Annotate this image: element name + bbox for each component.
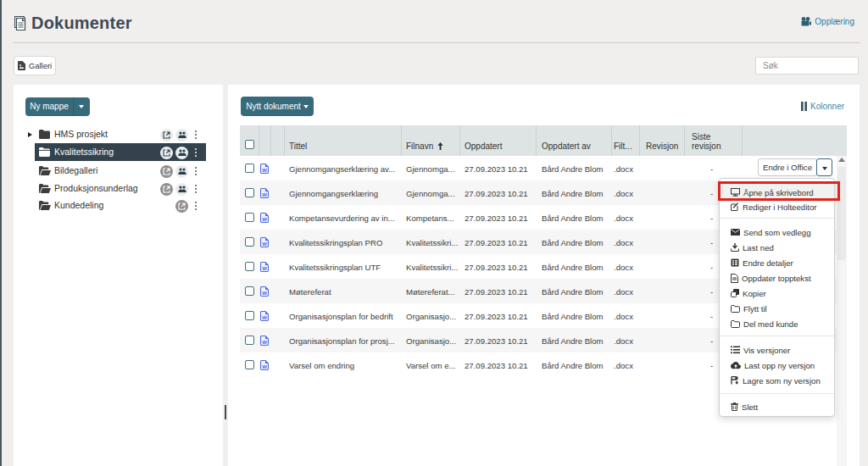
svg-text:W: W bbox=[262, 340, 267, 345]
svg-text:W: W bbox=[262, 364, 267, 369]
svg-text:W: W bbox=[262, 291, 267, 296]
svg-text:W: W bbox=[262, 192, 267, 197]
svg-text:W: W bbox=[262, 168, 267, 173]
svg-text:W: W bbox=[262, 217, 267, 222]
svg-text:W: W bbox=[262, 315, 267, 320]
svg-text:W: W bbox=[262, 241, 267, 247]
svg-text:W: W bbox=[262, 266, 267, 271]
